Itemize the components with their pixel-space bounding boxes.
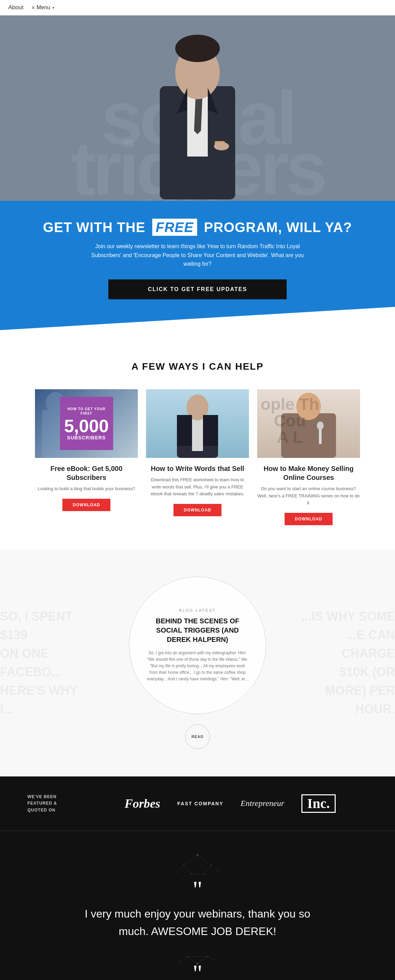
svg-rect-12 bbox=[192, 417, 203, 451]
nav-about-link[interactable]: About bbox=[8, 4, 23, 11]
svg-line-32 bbox=[177, 865, 184, 872]
svg-line-33 bbox=[211, 865, 218, 870]
svg-line-30 bbox=[205, 865, 211, 874]
help-card-words: How to Write Words that Sell Download th… bbox=[146, 389, 249, 516]
svg-rect-15 bbox=[203, 415, 218, 446]
svg-line-34 bbox=[190, 855, 198, 874]
card-3-image: ople ThCouA L bbox=[257, 389, 360, 458]
card-3-desc: Do you want to start an online course bu… bbox=[257, 485, 360, 507]
chevron-down-icon: ▾ bbox=[52, 6, 54, 10]
card-3-title: How to Make Money Selling Online Courses bbox=[257, 464, 360, 482]
hero-section: social triggers bbox=[0, 16, 395, 201]
badge-number: 5,000 bbox=[64, 417, 109, 435]
menu-label: Menu bbox=[37, 5, 51, 11]
testimonial-section: " I very much enjoy your webinars, thank… bbox=[0, 831, 395, 980]
quote-open-mark: " bbox=[34, 883, 361, 897]
help-cards-container: HOW TO GET YOUR FIRST 5,000 SUBSCRIBERS … bbox=[21, 389, 374, 525]
logo-inc: Inc. bbox=[301, 794, 336, 813]
free-highlight: FREE bbox=[152, 219, 197, 236]
card-1-image: HOW TO GET YOUR FIRST 5,000 SUBSCRIBERS bbox=[35, 389, 138, 458]
card-3-bg-text: ople ThCouA L bbox=[260, 396, 319, 445]
logo-fast-company: FAST COMPANY bbox=[177, 801, 223, 806]
svg-point-4 bbox=[175, 35, 220, 62]
blog-read-button[interactable]: READ bbox=[185, 724, 210, 749]
svg-line-35 bbox=[198, 855, 205, 874]
card-2-title: How to Write Words that Sell bbox=[146, 464, 249, 473]
featured-section: WE'VE BEEN FEATURED & QUOTED ON Forbes F… bbox=[0, 776, 395, 831]
testimonial-text: I very much enjoy your webinars, thank y… bbox=[71, 905, 324, 940]
logo-forbes: Forbes bbox=[124, 796, 160, 811]
card-1-download-button[interactable]: DOWNLOAD bbox=[62, 499, 110, 511]
svg-line-29 bbox=[184, 865, 190, 874]
blog-section: SO, I SPENT $139 ON ONE FACEBO... HERE'S… bbox=[0, 549, 395, 776]
blog-bg-text-right: ...IS WHY SOME ...E CAN CHARGE $10K (OR … bbox=[299, 607, 395, 718]
logo-entrepreneur: Entrepreneur bbox=[241, 799, 285, 808]
blog-bg-text-left: SO, I SPENT $139 ON ONE FACEBO... HERE'S… bbox=[0, 607, 82, 718]
nav-menu-toggle[interactable]: ≡ Menu ▾ bbox=[32, 5, 54, 11]
blog-latest-label: BLOG LATEST bbox=[179, 608, 216, 612]
cta-headline: GET WITH THE FREE PROGRAM, WILL YA? bbox=[34, 220, 361, 235]
hamburger-icon: ≡ bbox=[32, 5, 34, 10]
hero-person-image bbox=[132, 24, 263, 201]
featured-logos-row: Forbes FAST COMPANY Entrepreneur Inc. bbox=[93, 794, 368, 813]
svg-line-44 bbox=[208, 957, 215, 960]
featured-label: WE'VE BEEN FEATURED & QUOTED ON bbox=[27, 794, 72, 813]
navigation: About ≡ Menu ▾ bbox=[0, 0, 395, 16]
svg-rect-14 bbox=[177, 415, 192, 446]
badge-label: SUBSCRIBERS bbox=[67, 435, 106, 441]
help-section: A FEW WAYS I CAN HELP HOW TO GET YOUR FI… bbox=[0, 330, 395, 549]
card-2-image bbox=[146, 389, 249, 458]
cta-headline-post: PROGRAM, WILL YA? bbox=[204, 220, 352, 235]
constellation-graphic bbox=[163, 852, 232, 879]
card-2-desc: Download this FREE worksheet to learn ho… bbox=[146, 476, 249, 498]
cta-banner: GET WITH THE FREE PROGRAM, WILL YA? Join… bbox=[0, 201, 395, 330]
blog-post-title: BEHIND THE SCENES OF SOCIAL TRIGGERS (AN… bbox=[146, 616, 249, 644]
blog-circle: BLOG LATEST BEHIND THE SCENES OF SOCIAL … bbox=[129, 577, 266, 714]
person-svg bbox=[132, 24, 263, 199]
help-title: A FEW WAYS I CAN HELP bbox=[21, 361, 374, 372]
card-2-download-button[interactable]: DOWNLOAD bbox=[173, 504, 222, 516]
help-card-courses: ople ThCouA L How to Make Money Selling … bbox=[257, 389, 360, 525]
svg-point-8 bbox=[214, 142, 229, 150]
help-card-subscribers: HOW TO GET YOUR FIRST 5,000 SUBSCRIBERS … bbox=[35, 389, 138, 511]
blog-post-excerpt: So, I got into an argument with my video… bbox=[146, 650, 249, 683]
svg-line-43 bbox=[180, 957, 187, 962]
svg-line-28 bbox=[198, 855, 211, 865]
svg-line-27 bbox=[184, 855, 198, 865]
card-3-download-button[interactable]: DOWNLOAD bbox=[285, 513, 333, 525]
quote-close-mark: " bbox=[34, 970, 361, 977]
badge-top-text: HOW TO GET YOUR FIRST bbox=[64, 407, 109, 416]
card-1-badge: HOW TO GET YOUR FIRST 5,000 SUBSCRIBERS bbox=[60, 397, 113, 450]
cta-subscribe-button[interactable]: CLICK TO GET FREE UPDATES bbox=[108, 279, 287, 299]
cta-description: Join our weekly newsletter to learn thin… bbox=[91, 242, 304, 269]
person-2-svg bbox=[170, 391, 225, 458]
cta-headline-pre: GET WITH THE bbox=[43, 220, 145, 235]
card-1-desc: Looking to build a blog that builds your… bbox=[35, 485, 138, 493]
card-1-title: Free eBook: Get 5,000 Subscribers bbox=[35, 464, 138, 482]
